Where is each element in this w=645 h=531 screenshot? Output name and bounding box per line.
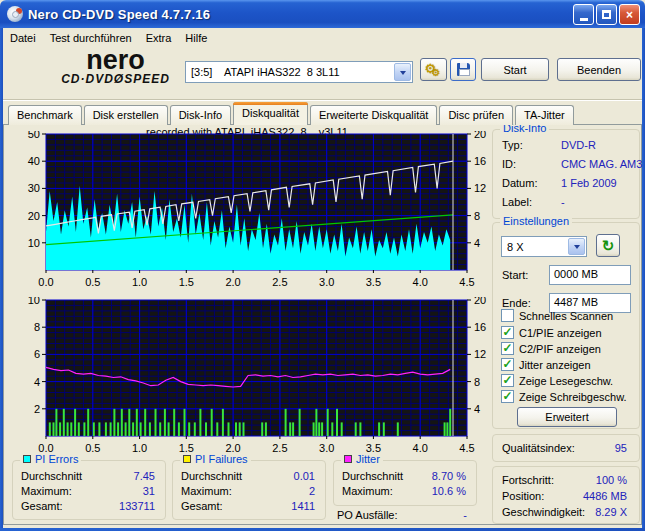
quality-index-box: Qualitätsindex: 95 — [492, 434, 640, 462]
disk-info-group: Disk-Info Typ: DVD-R ID: CMC MAG. AM3 Da… — [492, 129, 640, 219]
pi-errors-legend-icon — [23, 455, 31, 463]
svg-text:4: 4 — [34, 376, 40, 388]
svg-text:1.5: 1.5 — [179, 276, 194, 288]
pi-errors-caption: PI Errors — [20, 453, 81, 465]
jitter-caption: Jitter — [341, 453, 383, 465]
pi-failures-group: PI Failures Durchschnitt 0.01 Maximum: 2… — [172, 460, 326, 520]
tab-bar: Benchmark Disk erstellen Disk-Info Diskq… — [8, 103, 576, 125]
tab-diskqualitaet[interactable]: Diskqualität — [233, 102, 308, 125]
progress-box: Fortschritt: 100 % Position: 4486 MB Ges… — [492, 466, 640, 524]
menu-hilfe[interactable]: Hilfe — [178, 30, 214, 46]
svg-text:4.5: 4.5 — [459, 276, 474, 288]
svg-text:8: 8 — [474, 376, 480, 388]
chevron-down-icon — [574, 245, 580, 252]
speed-select-arrow[interactable] — [568, 238, 585, 255]
tab-ta-jitter[interactable]: TA-Jitter — [515, 105, 574, 125]
svg-text:40: 40 — [28, 155, 40, 167]
end-label: Ende: — [502, 297, 531, 309]
nero-logo-subtext: CD·DVDØSPEED — [43, 72, 188, 86]
svg-text:0.0: 0.0 — [38, 276, 53, 288]
settings-button[interactable]: ⚙⚙ — [420, 58, 447, 81]
save-button[interactable] — [450, 58, 476, 81]
minimize-button[interactable] — [573, 4, 594, 25]
checkbox-jitter[interactable]: ✓ — [501, 358, 514, 371]
speed-select[interactable]: 8 X — [501, 236, 587, 257]
pi-failures-avg-value: 0.01 — [294, 470, 315, 482]
pi-failures-total-value: 1411 — [291, 500, 315, 512]
tab-disk-info[interactable]: Disk-Info — [170, 105, 231, 125]
pi-failures-total-label: Gesamt: — [181, 500, 223, 512]
quality-index-value: 95 — [615, 442, 627, 454]
pi-failures-jitter-chart: 246810481216200.00.51.01.52.02.53.03.54.… — [8, 297, 490, 459]
menu-test-durchfuehren[interactable]: Test durchführen — [43, 30, 139, 46]
pi-errors-max-label: Maximum: — [21, 485, 72, 497]
menu-extra[interactable]: Extra — [139, 30, 179, 46]
svg-text:2.0: 2.0 — [225, 276, 240, 288]
svg-text:3.0: 3.0 — [319, 442, 334, 454]
pi-errors-avg-value: 7.45 — [134, 470, 155, 482]
chevron-down-icon — [400, 71, 406, 78]
drive-select[interactable]: [3:5] ATAPI iHAS322 8 3L11 — [185, 61, 413, 83]
close-button[interactable]: × — [619, 4, 640, 25]
svg-text:2: 2 — [34, 403, 40, 415]
svg-text:20: 20 — [474, 131, 486, 140]
pi-errors-group: PI Errors Durchschnitt 7.45 Maximum: 31 … — [12, 460, 166, 520]
svg-text:8: 8 — [474, 210, 480, 222]
refresh-button[interactable]: ↻ — [596, 234, 620, 257]
position-value: 4486 MB — [583, 490, 627, 502]
pi-errors-avg-label: Durchschnitt — [21, 470, 82, 482]
svg-text:10: 10 — [28, 297, 40, 306]
maximize-icon — [602, 10, 611, 19]
tab-disc-pruefen[interactable]: Disc prüfen — [439, 105, 513, 125]
pi-errors-total-label: Gesamt: — [21, 500, 63, 512]
disk-datum-label: Datum: — [502, 177, 537, 189]
tab-benchmark[interactable]: Benchmark — [8, 105, 82, 125]
svg-text:16: 16 — [474, 321, 486, 333]
start-button[interactable]: Start — [481, 58, 549, 81]
svg-text:3.0: 3.0 — [319, 276, 334, 288]
title-bar[interactable]: Nero CD-DVD Speed 4.7.7.16 × — [0, 0, 645, 28]
svg-text:1.0: 1.0 — [132, 276, 147, 288]
pi-failures-max-label: Maximum: — [181, 485, 232, 497]
checkbox-c1-pie-label: C1/PIE anzeigen — [519, 327, 602, 339]
svg-text:4.0: 4.0 — [413, 442, 428, 454]
settings-caption: Einstellungen — [500, 215, 572, 227]
svg-text:6: 6 — [34, 348, 40, 360]
checkbox-schreibgeschw[interactable]: ✓ — [501, 390, 514, 403]
progress-label: Fortschritt: — [502, 474, 554, 486]
refresh-icon: ↻ — [602, 239, 615, 253]
svg-text:4.0: 4.0 — [413, 276, 428, 288]
tab-erweiterte-diskqualitaet[interactable]: Erweiterte Diskqualität — [310, 105, 437, 125]
checkbox-schnelles-scannen[interactable] — [501, 309, 514, 322]
disk-typ-value: DVD-R — [561, 139, 596, 151]
disk-id-value: CMC MAG. AM3 — [561, 158, 642, 170]
pi-failures-max-value: 2 — [309, 485, 315, 497]
maximize-button[interactable] — [596, 4, 617, 25]
jitter-max-label: Maximum: — [342, 485, 393, 497]
toolbar-divider — [3, 99, 642, 101]
tab-disk-erstellen[interactable]: Disk erstellen — [84, 105, 168, 125]
pi-failures-avg-label: Durchschnitt — [181, 470, 242, 482]
svg-text:20: 20 — [28, 210, 40, 222]
advanced-button[interactable]: Erweitert — [517, 407, 617, 427]
checkbox-c2-pif-label: C2/PIF anzeigen — [519, 343, 601, 355]
svg-text:16: 16 — [474, 155, 486, 167]
svg-text:2.5: 2.5 — [272, 276, 287, 288]
svg-text:0.5: 0.5 — [85, 442, 100, 454]
minimize-icon — [580, 18, 588, 21]
drive-select-arrow[interactable] — [394, 63, 411, 81]
start-field[interactable]: 0000 MB — [549, 265, 631, 285]
speed-label: Geschwindigkeit: — [502, 506, 585, 518]
save-icon — [457, 63, 470, 76]
checkbox-lesegeschw[interactable]: ✓ — [501, 374, 514, 387]
svg-text:2.5: 2.5 — [272, 442, 287, 454]
checkbox-c2-pif[interactable]: ✓ — [501, 342, 514, 355]
quit-button[interactable]: Beenden — [557, 58, 641, 81]
svg-text:12: 12 — [474, 348, 486, 360]
svg-text:3.5: 3.5 — [366, 276, 381, 288]
checkbox-c1-pie[interactable]: ✓ — [501, 326, 514, 339]
pi-failures-caption: PI Failures — [180, 453, 251, 465]
menu-datei[interactable]: Datei — [3, 30, 43, 46]
settings-group: Einstellungen 8 X ↻ Start: 0000 MB Ende:… — [492, 222, 640, 429]
jitter-avg-label: Durchschnitt — [342, 470, 403, 482]
